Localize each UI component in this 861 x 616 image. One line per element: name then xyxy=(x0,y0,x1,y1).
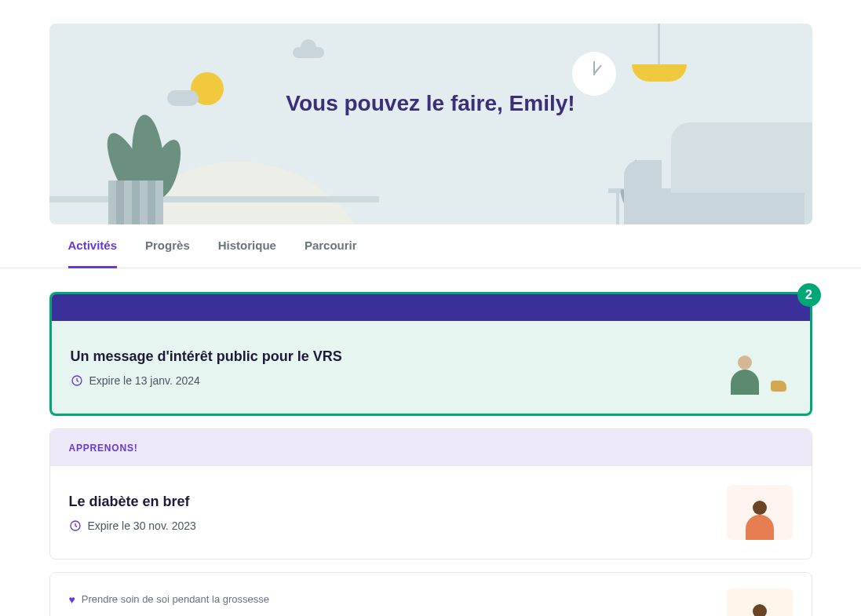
activity-title: Un message d'intérêt public pour le VRS xyxy=(71,348,710,365)
activity-tag: ♥ Prendre soin de soi pendant la grosses… xyxy=(69,593,711,606)
clock-icon xyxy=(71,374,83,387)
activity-category-label: APPRENONS! xyxy=(69,443,138,454)
notification-badge: 2 xyxy=(797,283,821,307)
activity-thumbnail xyxy=(725,340,791,395)
activity-thumbnail xyxy=(727,589,793,616)
activity-tag-label: Prendre soin de soi pendant la grossesse xyxy=(82,593,269,605)
featured-header-bar xyxy=(52,294,810,321)
heart-icon: ♥ xyxy=(69,593,75,606)
activities-list: 2 Un message d'intérêt public pour le VR… xyxy=(49,268,812,616)
tabs-bar: Activités Progrès Historique Parcourir xyxy=(0,224,861,268)
sofa-illustration xyxy=(624,122,812,224)
activity-card-featured[interactable]: 2 Un message d'intérêt public pour le VR… xyxy=(49,292,812,416)
activity-thumbnail xyxy=(727,485,793,540)
activity-expiry: Expire le 13 janv. 2024 xyxy=(89,374,200,387)
activity-category-header: APPRENONS! xyxy=(50,429,812,466)
tab-progress[interactable]: Progrès xyxy=(145,224,190,268)
activity-title: Le diabète en bref xyxy=(69,494,711,510)
activity-meta: Expire le 13 janv. 2024 xyxy=(71,374,710,387)
activity-card[interactable]: APPRENONS! Le diabète en bref Expire le … xyxy=(49,428,812,560)
tab-activities[interactable]: Activités xyxy=(68,224,118,268)
tab-history[interactable]: Historique xyxy=(218,224,276,268)
clock-icon xyxy=(69,519,82,532)
decoration-shelf xyxy=(49,196,379,202)
activity-card[interactable]: ♥ Prendre soin de soi pendant la grosses… xyxy=(49,572,812,616)
cloud-icon xyxy=(167,90,199,106)
hero-banner: Vous pouvez le faire, Emily! xyxy=(49,24,812,224)
lamp-illustration xyxy=(632,24,687,82)
clock-illustration xyxy=(572,52,616,96)
tab-browse[interactable]: Parcourir xyxy=(305,224,357,268)
activity-meta: Expire le 30 nov. 2023 xyxy=(69,519,711,532)
cloud-icon xyxy=(293,47,324,58)
hero-title: Vous pouvez le faire, Emily! xyxy=(286,91,575,116)
activity-title: Faire face aux nouveaux maux et douleurs xyxy=(69,614,711,617)
activity-expiry: Expire le 30 nov. 2023 xyxy=(88,519,196,532)
